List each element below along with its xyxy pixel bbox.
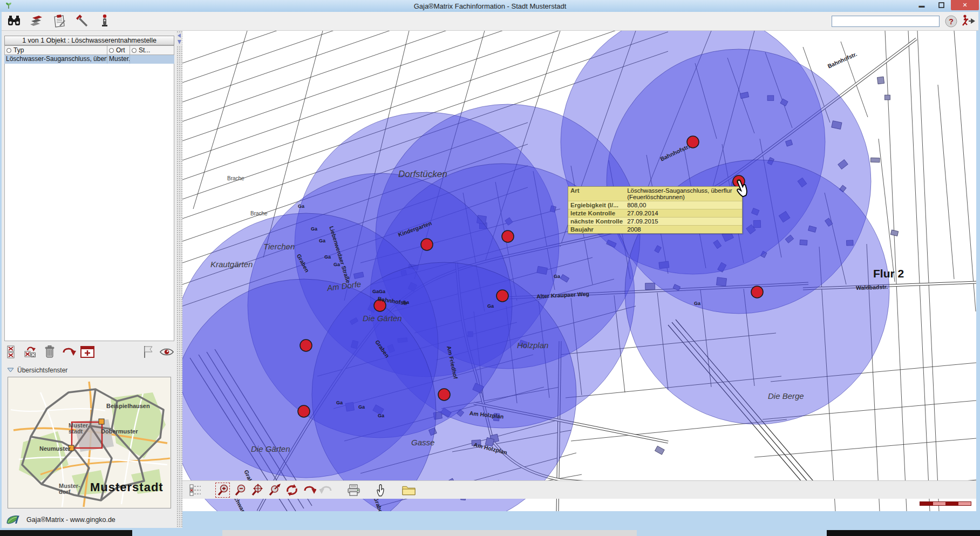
extent-handle-ne bbox=[99, 419, 104, 424]
visibility-eye-icon[interactable] bbox=[159, 344, 174, 359]
tools-hammer-icon[interactable] bbox=[73, 13, 91, 29]
map-label: Waldbadstr. bbox=[856, 283, 888, 291]
feature-tooltip: ArtLöschwasser-Sauganschluss, überflur (… bbox=[568, 186, 743, 234]
hydrant-marker[interactable] bbox=[298, 405, 310, 417]
map-label: Ga bbox=[319, 238, 325, 243]
gingko-logo-icon bbox=[6, 514, 21, 525]
overview-place-label: Muster- dorf bbox=[59, 483, 80, 495]
deselect-all-icon[interactable] bbox=[4, 344, 19, 359]
map-label: GaGa bbox=[372, 289, 385, 294]
help-icon[interactable]: ? bbox=[945, 15, 957, 30]
object-count-header[interactable]: 1 von 1 Objekt : Löschwasserentnahmestel… bbox=[4, 36, 174, 45]
hydrant-marker[interactable] bbox=[502, 230, 514, 242]
map-label: Brache bbox=[250, 211, 268, 216]
column-typ[interactable]: Typ bbox=[4, 45, 107, 55]
overview-place-label: Musterstadt bbox=[90, 484, 164, 490]
map-view[interactable]: Bahnhofstr.Bahnhofstr.BahnhofstrDorfstüc… bbox=[182, 31, 976, 511]
map-label: Flur 2 bbox=[873, 267, 904, 280]
map-label: Ga bbox=[358, 404, 365, 410]
overview-place-label: Muster- stadt bbox=[69, 423, 90, 435]
application-window: Gaja®Matrix Fachinformation - Stadt Must… bbox=[0, 0, 980, 536]
sort-radio-typ[interactable] bbox=[6, 48, 11, 53]
delete-trash-icon[interactable] bbox=[42, 344, 57, 359]
tooltip-row: Baujahr2008 bbox=[568, 226, 742, 234]
close-button[interactable]: ✕ bbox=[951, 0, 979, 10]
hydrant-marker[interactable] bbox=[751, 286, 763, 298]
collapse-triangle-icon bbox=[7, 368, 14, 373]
map-label: Die Gärten bbox=[251, 444, 290, 453]
map-label: Ga bbox=[336, 400, 343, 405]
invert-selection-icon[interactable] bbox=[23, 344, 38, 359]
tooltip-row: nächste Kontrolle27.09.2015 bbox=[568, 218, 742, 226]
svg-text:?: ? bbox=[949, 17, 954, 26]
splitter-collapse-icon[interactable] bbox=[177, 32, 182, 46]
legend-list-icon[interactable] bbox=[188, 483, 202, 498]
redo-icon[interactable] bbox=[319, 483, 334, 498]
taskbar-edge bbox=[0, 530, 980, 536]
overview-place-label: Neumuster bbox=[39, 446, 70, 452]
undo-icon[interactable] bbox=[302, 483, 316, 498]
zoom-extent-icon[interactable] bbox=[250, 483, 264, 498]
folder-icon[interactable] bbox=[401, 483, 416, 498]
overview-toggle[interactable]: Übersichtsfenster bbox=[7, 367, 67, 374]
edit-toolbar bbox=[4, 343, 174, 361]
map-label: Ga bbox=[487, 303, 494, 309]
search-binoculars-icon[interactable] bbox=[5, 13, 23, 29]
print-icon[interactable] bbox=[346, 483, 361, 498]
layers-icon[interactable] bbox=[28, 13, 46, 29]
map-label: Die Berge bbox=[768, 391, 804, 401]
object-row-selected[interactable]: Löschwasser-Sauganschluss, überfl... Mus… bbox=[4, 55, 174, 64]
tooltip-row: letzte Kontrolle27.09.2014 bbox=[568, 209, 742, 218]
quick-search-input[interactable] bbox=[832, 16, 940, 27]
map-label: Ga bbox=[378, 413, 384, 418]
panel-splitter[interactable] bbox=[176, 31, 182, 528]
map-toolbar bbox=[182, 480, 976, 499]
maximize-button[interactable] bbox=[931, 0, 951, 10]
zoom-in-icon[interactable] bbox=[215, 483, 230, 498]
overview-place-label: Dobermuster bbox=[101, 429, 138, 435]
zoom-out-icon[interactable] bbox=[233, 483, 247, 498]
map-label: Dorfstücken bbox=[398, 169, 447, 180]
coverage-circles bbox=[182, 31, 889, 511]
minimize-button[interactable]: ▬ bbox=[912, 0, 931, 10]
status-bar: Gaja®Matrix - www.gingko.de bbox=[2, 511, 176, 528]
sort-radio-ort[interactable] bbox=[109, 48, 114, 53]
hydrant-icon[interactable] bbox=[96, 13, 114, 29]
exit-runner-icon[interactable] bbox=[960, 14, 976, 30]
hydrant-marker[interactable] bbox=[300, 340, 312, 351]
map-label: Tierchen bbox=[263, 242, 295, 251]
overview-place-label: Beispielhausen bbox=[106, 403, 150, 409]
undo-arc-icon[interactable] bbox=[61, 344, 76, 359]
zoom-full-icon[interactable] bbox=[267, 483, 282, 498]
sort-radio-st[interactable] bbox=[132, 48, 137, 53]
map-label: Ga bbox=[554, 274, 560, 279]
hand-cursor bbox=[734, 178, 752, 198]
pan-hand-icon[interactable] bbox=[374, 483, 389, 498]
map-label: Ga bbox=[334, 262, 340, 267]
refresh-icon[interactable] bbox=[284, 483, 299, 498]
map-label: Holzplan bbox=[517, 341, 548, 350]
tooltip-row: Ergiebigkeit (l/...808,00 bbox=[568, 201, 742, 209]
column-ort[interactable]: Ort bbox=[107, 45, 130, 55]
map-label: Ga bbox=[324, 254, 331, 260]
flag-icon[interactable] bbox=[140, 344, 155, 359]
add-window-icon[interactable] bbox=[80, 344, 95, 359]
column-st[interactable]: St... bbox=[130, 45, 174, 55]
object-list[interactable] bbox=[4, 55, 174, 341]
overview-map[interactable]: BeispielhausenDobermusterMuster- stadtNe… bbox=[8, 377, 171, 508]
hydrant-marker[interactable] bbox=[421, 239, 433, 250]
report-clipboard-icon[interactable] bbox=[50, 13, 69, 29]
status-text: Gaja®Matrix - www.gingko.de bbox=[26, 516, 115, 524]
tooltip-row: ArtLöschwasser-Sauganschluss, überflur (… bbox=[568, 187, 742, 201]
main-toolbar: ? bbox=[2, 12, 978, 31]
map-label: Ga bbox=[403, 300, 409, 305]
window-title: Gaja®Matrix Fachinformation - Stadt Must… bbox=[0, 2, 980, 10]
column-header-row: Typ Ort St... bbox=[4, 45, 174, 55]
map-label: Die Gärten bbox=[363, 314, 402, 323]
map-label: Ga bbox=[694, 301, 700, 306]
hydrant-marker[interactable] bbox=[438, 389, 450, 401]
hydrant-marker[interactable] bbox=[496, 290, 508, 302]
map-label: Brache bbox=[227, 175, 244, 181]
title-bar[interactable]: Gaja®Matrix Fachinformation - Stadt Must… bbox=[0, 0, 980, 12]
map-label: Gasse bbox=[411, 438, 434, 447]
